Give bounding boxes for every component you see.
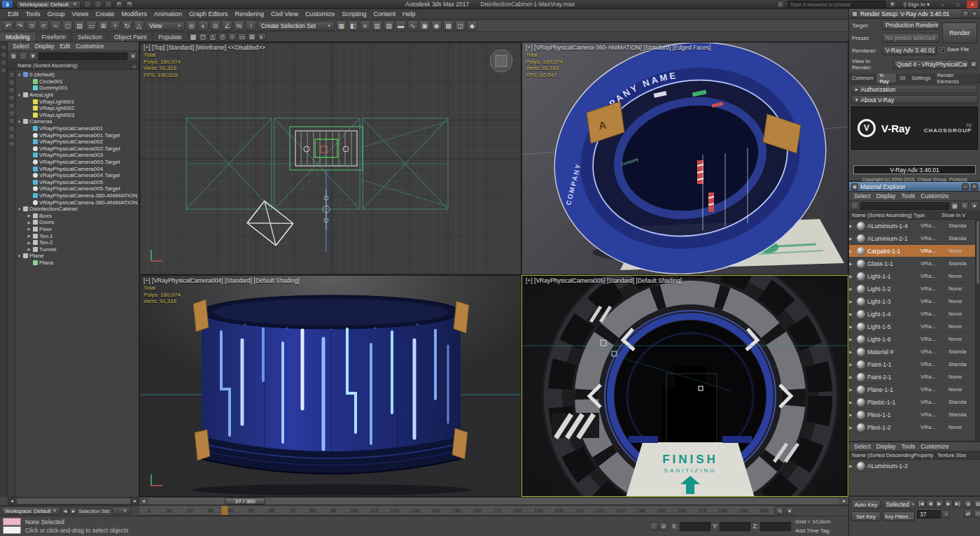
select-by-name-icon[interactable]: ▤ <box>74 20 85 31</box>
Plexi-1-2[interactable]: ▶ Plexi-1-2 VRa... None <box>849 421 980 434</box>
scene-explorer-item[interactable]: VRayPhysicalCamera-360-ANIMATION.Target <box>17 199 139 206</box>
y-coordinate-field[interactable] <box>720 522 750 531</box>
target-dropdown[interactable]: Production Rendering Mode▼ <box>882 20 939 30</box>
expand-arrow-icon[interactable]: ▶ <box>27 247 31 251</box>
ALuminium-2-1[interactable]: ▶ ALuminium-2-1 VRa... Standa <box>849 232 980 245</box>
explorer-lock-icon[interactable]: ⊠ <box>9 52 18 60</box>
material-mini-columns-header[interactable]: Name (Sorted Descending) Property Textur… <box>849 451 980 460</box>
menu-item[interactable]: Customize <box>74 43 106 50</box>
scene-explorer-item[interactable]: VRayLight002 <box>17 105 139 112</box>
ribbon-tab[interactable]: Selection <box>72 32 108 41</box>
undo-quick-icon[interactable]: ↶ <box>115 1 122 8</box>
menu-item[interactable]: Scripting <box>338 10 370 17</box>
current-frame-field[interactable] <box>917 510 941 519</box>
scene-explorer-item[interactable]: VRayPhysicalCamera002 <box>17 139 139 146</box>
scene-explorer-item[interactable]: VRayPhysicalCamera003.Target <box>17 159 139 166</box>
scene-explorer-item[interactable]: VRayPhysicalCamera001.Target <box>17 132 139 139</box>
time-slider-right-arrow[interactable]: ► <box>840 499 848 503</box>
workspace-next-icon[interactable]: ► <box>70 507 77 514</box>
spinner-snap-icon[interactable]: ↕ <box>246 20 256 31</box>
set-key-button[interactable]: Set Key <box>851 512 881 521</box>
rendered-frame-window-icon[interactable]: ◫ <box>455 20 465 31</box>
ALuminium-1-4[interactable]: ▶ ALuminium-1-4 VRa... Standa <box>849 220 980 232</box>
schematic-view-icon[interactable]: ▣ <box>419 20 430 31</box>
reference-coordinate-dropdown[interactable]: View▼ <box>146 21 185 31</box>
menu-item[interactable]: Rendering <box>232 10 268 17</box>
trackbar-ruler[interactable]: 0102030405060708090100110120130140150160… <box>139 505 774 516</box>
menu-item[interactable]: Animation <box>150 10 186 17</box>
Material #[interactable]: ▶ Material # VRa... Standa <box>849 346 980 358</box>
scene-explorer-column-header[interactable]: Name (Sorted Ascending)△ <box>8 62 139 70</box>
new-scene-icon[interactable] <box>84 1 91 8</box>
menu-item[interactable]: Select <box>852 192 873 199</box>
ribbon-tool-icon[interactable]: ◇ <box>218 33 227 41</box>
menu-item[interactable]: Graph Editors <box>186 10 232 17</box>
select-and-link-icon[interactable]: ⊃ <box>27 20 37 31</box>
unlink-selection-icon[interactable]: ⊂ <box>38 20 49 31</box>
go-to-end-button[interactable]: ▶| <box>953 500 962 508</box>
angle-snap-icon[interactable]: ∠ <box>222 20 232 31</box>
Glass-1-1[interactable]: ▶ Glass-1-1 VRa... Standa <box>849 258 980 270</box>
select-and-manipulate-icon[interactable]: ◐ <box>198 20 209 31</box>
scene-explorer-item[interactable]: Dummy001 <box>17 85 139 92</box>
menu-item[interactable]: Tools <box>899 443 918 450</box>
workspace-prev-icon[interactable]: ◄ <box>62 507 69 514</box>
scene-explorer-item[interactable]: ▼ AreaLight <box>17 92 139 99</box>
edit-named-selection-sets-icon[interactable]: ▦ <box>336 20 346 31</box>
material-explorer-title-bar[interactable]: ◉ Material Explorer – × <box>849 182 980 192</box>
scene-explorer-item[interactable]: ▼ 0 (default) <box>17 71 139 78</box>
scene-explorer-scrollbar[interactable]: ◄► <box>8 497 139 505</box>
scene-explorer-item[interactable]: ▼ Cameras <box>17 118 139 125</box>
material-editor-icon[interactable]: ◉ <box>431 20 442 31</box>
renderer-dropdown[interactable]: V-Ray Adv 3.40.01▼ <box>882 45 937 55</box>
menu-item[interactable]: Help <box>399 10 419 17</box>
authorization-rollout[interactable]: ▸Authorization <box>851 85 978 94</box>
auto-key-button[interactable]: Auto Key <box>851 500 881 509</box>
expand-arrow-icon[interactable]: ▼ <box>17 93 22 97</box>
bind-to-space-warp-icon[interactable]: ≈ <box>50 20 61 31</box>
scene-explorer-search-input[interactable] <box>38 52 127 60</box>
expand-arrow-icon[interactable]: ▼ <box>17 120 22 124</box>
scene-explorer-item[interactable]: ▶ Floor <box>17 226 139 233</box>
render-button[interactable]: Render <box>942 22 977 43</box>
search-icon[interactable]: ▾ <box>889 1 896 8</box>
explorer-filter-icon[interactable]: ▼ <box>29 52 37 60</box>
explorer-find-icon[interactable]: ◌ <box>19 52 27 60</box>
Light-1-2[interactable]: ▶ Light-1-2 VRa... None <box>849 283 980 295</box>
viewport-label[interactable]: [+] [Top] [Standard] [Wireframe] <<Disab… <box>144 44 265 51</box>
curve-editor-icon[interactable]: ∿ <box>407 20 418 31</box>
scene-explorer-item[interactable]: VRayPhysicalCamera005 <box>17 179 139 186</box>
expand-arrow-icon[interactable]: ▼ <box>17 73 22 77</box>
scene-explorer-item[interactable]: VRayPhysicalCamera004.Target <box>17 172 139 179</box>
key-filters-button[interactable]: Key Filters... <box>883 512 915 521</box>
viewport-layout-tab-icon[interactable] <box>1 45 6 50</box>
viewport-camera-360[interactable]: COMPANY NAME COMPANY Company A [+] [VRay… <box>522 42 848 275</box>
menu-item[interactable]: Tools <box>22 10 44 17</box>
maxscript-macro-line[interactable] <box>3 518 21 526</box>
scene-explorer-item[interactable]: ▶ Doors <box>17 219 139 226</box>
close-icon[interactable]: × <box>971 183 978 190</box>
Plexi-1-1[interactable]: ▶ Plexi-1-1 VRa... Standa <box>849 409 980 421</box>
material-scrollbar[interactable] <box>975 220 980 441</box>
chevron-down-icon[interactable]: ▾ <box>129 52 137 60</box>
redo-icon[interactable]: ↷ <box>15 20 25 31</box>
selection-region-icon[interactable]: ▭ <box>86 20 97 31</box>
zoom-all-icon[interactable]: ⊞ <box>974 500 980 508</box>
ribbon-tool-icon[interactable]: ▦ <box>189 33 197 41</box>
scene-explorer-item[interactable]: ▶ Tex-2 <box>17 239 139 246</box>
menu-item[interactable]: Group <box>44 10 69 17</box>
scene-explorer-item[interactable]: VRayPhysicalCamera001 <box>17 125 139 132</box>
expand-arrow-icon[interactable]: ▶ <box>27 213 31 218</box>
close-icon[interactable]: × <box>971 10 978 17</box>
explorer-display-toggle-icon[interactable] <box>8 118 15 125</box>
render-setup-tab[interactable]: Common <box>849 73 876 83</box>
z-coordinate-field[interactable] <box>760 522 791 531</box>
sign-in-link[interactable]: ⟠ Sign In ▾ <box>904 1 930 8</box>
Light-1-4[interactable]: ▶ Light-1-4 VRa... None <box>849 308 980 320</box>
explorer-display-toggle-icon[interactable] <box>8 72 15 78</box>
scene-explorer-item[interactable]: VRayPhysicalCamera005.Target <box>17 185 139 192</box>
explorer-display-toggle-icon[interactable] <box>8 87 15 94</box>
time-slider-handle[interactable]: 37 / 300 <box>225 498 265 505</box>
scene-explorer-item[interactable]: VRayPhysicalCamera-360-ANIMATION <box>17 192 139 199</box>
search-icon[interactable]: ◌ <box>850 202 859 210</box>
